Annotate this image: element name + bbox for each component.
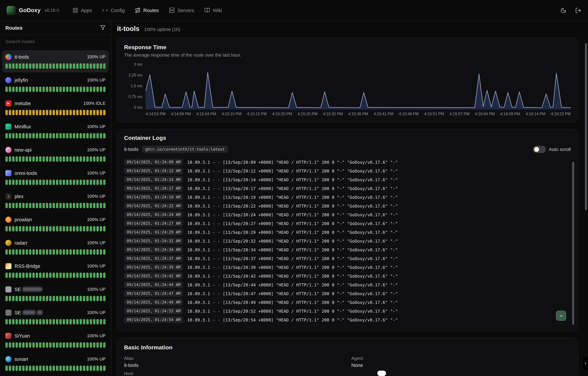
log-row: 09/14/2025, 01:24:29 AM10.89.3.1 - - [13… [124,228,565,237]
y-tick-label: 2.25 ms [128,73,142,77]
route-item[interactable]: SE100% UP [2,306,109,328]
log-timestamp: 09/14/2025, 01:24:29 AM [124,229,183,236]
x-tick-label: 4:15:10 PM [222,112,242,116]
log-row: 09/14/2025, 01:24:52 AM10.89.3.1 - - [13… [124,307,565,315]
log-message: 10.89.3.1 - - [13/Sep/20:54 +0000] "HEAD… [187,317,398,322]
route-item[interactable]: jellyfin100% UP [2,73,109,96]
log-message: 10.89.3.1 - - [13/Sep/20:29 +0000] "HEAD… [187,230,398,235]
autoscroll-toggle[interactable] [533,146,546,153]
x-tick-label: 4:15:15 PM [247,112,267,116]
log-message: 10.89.3.1 - - [13/Sep/20:34 +0000] "HEAD… [187,247,398,252]
route-item[interactable]: ▶metube100% IDLE [2,97,109,119]
route-name: radarr [14,240,27,246]
nav-item-label: Apps [81,8,92,13]
alias-field: Alias it-tools [124,356,351,368]
sidebar-title: Routes [5,25,22,31]
logs-app-name: it-tools [124,146,139,152]
brand[interactable]: GoDoxy v0.18.0 [7,6,59,15]
collapse-panel-tab[interactable] [583,356,588,370]
log-timestamp: 09/14/2025, 01:24:14 AM [124,176,183,183]
x-tick-label: 4:15:20 PM [272,112,292,116]
app-window: GoDoxy v0.18.0 Apps Config Routes Server… [0,0,588,376]
route-item[interactable]: omni-tools100% UP [2,167,109,189]
sidebar: Routes it-tools100% UPjellyfin100% UP▶me… [0,21,111,376]
log-message: 10.89.3.1 - - [13/Sep/20:42 +0000] "HEAD… [187,273,398,279]
search-routes-input[interactable] [0,35,111,48]
nav-item-servers[interactable]: Servers [169,7,194,13]
basic-info-card: Basic Information Alias it-tools Agent N… [117,338,578,376]
log-row: 09/14/2025, 01:24:27 AM10.89.3.1 - - [13… [124,219,565,228]
brand-version: v0.18.0 [45,8,59,13]
route-item[interactable]: radarr100% UP [2,236,109,258]
response-time-subtitle: The average response time of the route o… [124,52,571,58]
autoscroll-label: Auto scroll [549,146,571,152]
route-item[interactable]: prowlarr100% UP [2,213,109,235]
log-row: 09/14/2025, 01:24:09 AM10.89.3.1 - - [13… [124,158,565,167]
response-time-chart-area: 3 ms2.25 ms1.5 ms0.75 ms0 ms 4:14:53 PM4… [124,62,571,116]
uptime-bars [5,156,106,162]
route-list: it-tools100% UPjellyfin100% UP▶metube100… [0,48,111,376]
route-item[interactable]: it-tools100% UP [2,50,109,73]
log-timestamp: 09/14/2025, 01:24:22 AM [124,202,183,209]
route-name: sonarr [14,356,28,362]
log-row: 09/14/2025, 01:24:47 AM10.89.3.1 - - [13… [124,289,565,298]
scroll-logs-button[interactable] [556,311,566,321]
navbar-actions [560,7,581,13]
log-timestamp: 09/14/2025, 01:24:37 AM [124,255,183,262]
route-item[interactable]: SiYuan100% UP [2,329,109,351]
route-item[interactable]: ❯plex100% UP [2,190,109,212]
rss-bridge-icon [5,263,11,269]
redacted-app-icon [5,286,11,292]
route-status: 100% UP [87,194,106,199]
basic-info-grid: Alias it-tools Agent None Host [124,356,571,376]
page-scrollbar[interactable] [585,43,587,210]
logs-scrollbar[interactable] [572,162,574,325]
route-item[interactable]: Miniflux100% UP [2,120,109,142]
theme-toggle-button[interactable] [560,7,567,13]
search-row [0,35,111,48]
plex-icon: ❯ [5,193,11,199]
nav-item-apps[interactable]: Apps [73,7,92,13]
alias-value: it-tools [124,362,351,368]
miniflux-icon [5,124,11,130]
route-item[interactable]: new-api100% UP [2,143,109,166]
chart-y-axis: 3 ms2.25 ms1.5 ms0.75 ms0 ms [124,62,146,109]
route-status: 100% UP [87,357,106,362]
route-status: 100% UP [87,240,106,245]
x-tick-label: 4:15:30 PM [323,112,343,116]
log-message: 10.89.3.1 - - [13/Sep/20:44 +0000] "HEAD… [187,282,398,287]
logout-button[interactable] [575,7,581,13]
route-item[interactable]: sonarr100% UP [2,352,109,375]
redacted-text [37,311,43,315]
log-row: 09/14/2025, 01:24:32 AM10.89.3.1 - - [13… [124,237,565,245]
uptime-bars [5,342,106,348]
x-tick-label: 4:15:25 PM [298,112,318,116]
log-row: 09/14/2025, 01:24:39 AM10.89.3.1 - - [13… [124,263,565,272]
uptime-bars [5,226,106,231]
nav-item-config[interactable]: Config [102,7,125,13]
log-row: 09/14/2025, 01:24:37 AM10.89.3.1 - - [13… [124,254,565,263]
x-tick-label: 4:16:04 PM [475,112,495,116]
metube-icon: ▶ [5,100,11,106]
uptime-bars [5,133,106,138]
new-api-icon [5,147,11,153]
uptime-bars [5,63,106,69]
nav-item-wiki[interactable]: Wiki [204,7,222,13]
log-row: 09/14/2025, 01:24:24 AM10.89.3.1 - - [13… [124,210,565,219]
funnel-icon [100,25,106,31]
omni-tools-icon [5,170,11,176]
config-code-icon [102,7,108,13]
log-message: 10.89.3.1 - - [13/Sep/20:14 +0000] "HEAD… [187,177,398,182]
chart-x-axis: 4:14:53 PM4:14:59 PM4:15:04 PM4:15:10 PM… [146,112,571,116]
log-message: 10.89.3.1 - - [13/Sep/20:27 +0000] "HEAD… [187,221,398,226]
filter-routes-button[interactable] [100,25,106,31]
floating-pill[interactable] [377,371,386,376]
nav-item-routes[interactable]: Routes [135,7,159,13]
route-item[interactable]: SE100% UP [2,283,109,305]
container-logs-card: Container Logs it-tools ghcr.io/corentin… [117,129,578,331]
route-item[interactable]: RSS-Bridge100% UP [2,260,109,282]
apps-grid-icon [73,7,78,13]
route-name: new-api [14,147,32,153]
x-tick-label: 4:14:59 PM [171,112,191,116]
log-timestamp: 09/14/2025, 01:24:39 AM [124,264,183,271]
